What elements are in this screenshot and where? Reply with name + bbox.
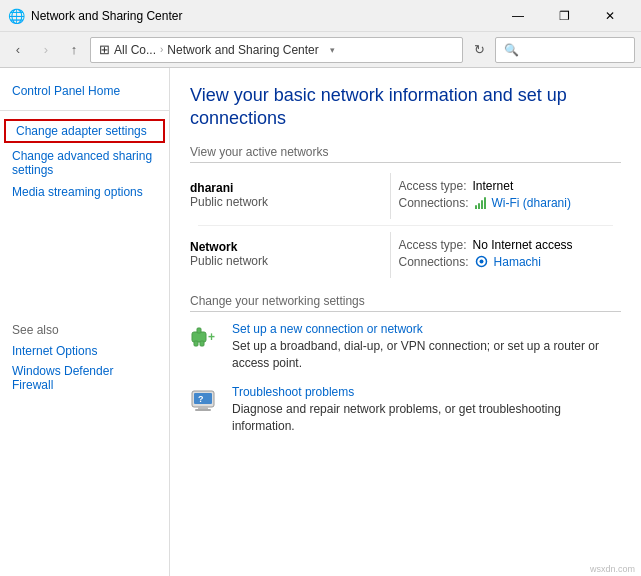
forward-button[interactable]: › <box>34 38 58 62</box>
main-layout: Control Panel Home Change adapter settin… <box>0 68 641 576</box>
content-area: View your basic network information and … <box>170 68 641 576</box>
up-button[interactable]: ↑ <box>62 38 86 62</box>
refresh-button[interactable]: ↻ <box>467 38 491 62</box>
sidebar-media-streaming[interactable]: Media streaming options <box>0 181 169 203</box>
svg-rect-3 <box>197 328 201 333</box>
search-wrap <box>495 37 635 63</box>
networking-settings-label: Change your networking settings <box>190 294 621 312</box>
address-dropdown-chevron[interactable]: ▾ <box>323 38 343 62</box>
svg-point-1 <box>479 260 483 264</box>
setting-item-1: + Set up a new connection or network Set… <box>190 322 621 372</box>
svg-rect-10 <box>195 409 211 411</box>
network-row-2: Network Public network Access type: No I… <box>190 232 621 278</box>
troubleshoot-icon: ? <box>190 387 222 415</box>
network2-access-label: Access type: <box>399 238 467 252</box>
network1-name: dharani <box>190 181 382 195</box>
network2-connections-link[interactable]: Hamachi <box>475 255 541 269</box>
window-icon: 🌐 <box>8 8 25 24</box>
setting-item-2: ? Troubleshoot problems Diagnose and rep… <box>190 385 621 435</box>
window-controls: — ❐ ✕ <box>495 0 633 32</box>
search-input[interactable] <box>495 37 635 63</box>
network2-access-type-row: Access type: No Internet access <box>399 238 614 252</box>
setting2-text: Troubleshoot problems Diagnose and repai… <box>232 385 621 435</box>
network1-connections-label: Connections: <box>399 196 469 210</box>
breadcrumb-current: Network and Sharing Center <box>167 43 318 57</box>
network1-info: Access type: Internet Connections: <box>390 173 621 219</box>
network1-connections-value: Wi-Fi (dharani) <box>492 196 571 210</box>
sidebar-change-adapter-settings[interactable]: Change adapter settings <box>4 119 165 143</box>
sidebar-change-advanced-sharing[interactable]: Change advanced sharing settings <box>0 145 169 181</box>
svg-text:?: ? <box>198 394 204 404</box>
breadcrumb-grid-icon: ⊞ <box>99 42 110 57</box>
svg-rect-4 <box>194 341 198 346</box>
network1-access-type-row: Access type: Internet <box>399 179 614 193</box>
new-connection-icon-wrap: + <box>190 322 222 354</box>
breadcrumb: ⊞ All Co... › Network and Sharing Center <box>99 42 319 57</box>
setting1-text: Set up a new connection or network Set u… <box>232 322 621 372</box>
close-button[interactable]: ✕ <box>587 0 633 32</box>
breadcrumb-allco: All Co... <box>114 43 156 57</box>
see-also-section: See also Internet Options Windows Defend… <box>0 323 169 395</box>
sidebar-internet-options[interactable]: Internet Options <box>12 341 157 361</box>
svg-text:+: + <box>208 330 215 344</box>
network2-connections-value: Hamachi <box>494 255 541 269</box>
network1-connections-row: Connections: Wi-Fi (dharani) <box>399 196 614 210</box>
svg-rect-5 <box>200 341 204 346</box>
see-also-label: See also <box>12 323 157 337</box>
network2-connections-row: Connections: Hamachi <box>399 255 614 269</box>
new-connection-icon: + <box>190 324 222 352</box>
network2-type: Public network <box>190 254 382 268</box>
breadcrumb-sep1: › <box>160 44 163 55</box>
setting1-desc: Set up a broadband, dial-up, or VPN conn… <box>232 339 599 370</box>
address-field[interactable]: ⊞ All Co... › Network and Sharing Center… <box>90 37 463 63</box>
setting1-link[interactable]: Set up a new connection or network <box>232 322 621 336</box>
sidebar-control-panel-home[interactable]: Control Panel Home <box>0 80 169 102</box>
troubleshoot-icon-wrap: ? <box>190 385 222 417</box>
network2-info: Access type: No Internet access Connecti… <box>390 232 621 278</box>
title-bar: 🌐 Network and Sharing Center — ❐ ✕ <box>0 0 641 32</box>
network2-access-value: No Internet access <box>473 238 573 252</box>
wifi-signal-icon <box>475 196 486 209</box>
setting2-desc: Diagnose and repair network problems, or… <box>232 402 561 433</box>
network1-connections-link[interactable]: Wi-Fi (dharani) <box>475 196 571 210</box>
network1-access-value: Internet <box>473 179 514 193</box>
networks-table: dharani Public network Access type: Inte… <box>190 173 621 278</box>
network1-access-label: Access type: <box>399 179 467 193</box>
network-row-1: dharani Public network Access type: Inte… <box>190 173 621 219</box>
sidebar-windows-defender[interactable]: Windows Defender Firewall <box>12 361 157 395</box>
settings-section: Change your networking settings + Set up… <box>190 294 621 435</box>
sidebar: Control Panel Home Change adapter settin… <box>0 68 170 576</box>
maximize-button[interactable]: ❐ <box>541 0 587 32</box>
title-bar-title: Network and Sharing Center <box>31 9 495 23</box>
back-button[interactable]: ‹ <box>6 38 30 62</box>
watermark: wsxdn.com <box>590 564 635 574</box>
network1-type: Public network <box>190 195 382 209</box>
network2-connections-label: Connections: <box>399 255 469 269</box>
setting2-link[interactable]: Troubleshoot problems <box>232 385 621 399</box>
page-title: View your basic network information and … <box>190 84 621 131</box>
minimize-button[interactable]: — <box>495 0 541 32</box>
hamachi-icon <box>475 255 488 268</box>
address-bar: ‹ › ↑ ⊞ All Co... › Network and Sharing … <box>0 32 641 68</box>
network2-name: Network <box>190 240 382 254</box>
active-networks-label: View your active networks <box>190 145 621 163</box>
